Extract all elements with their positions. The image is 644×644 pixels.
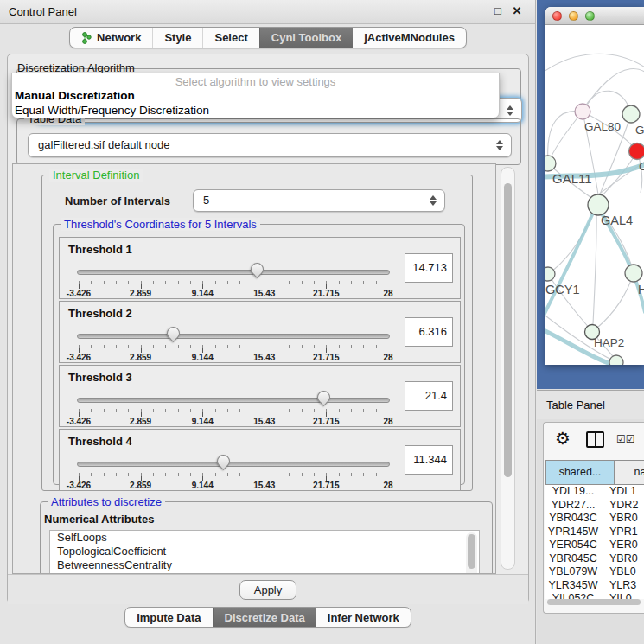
numerical-attributes-list[interactable]: SelfLoopsTopologicalCoefficientBetweenne… <box>49 530 480 574</box>
tab-discretize-data[interactable]: Discretize Data <box>213 608 316 627</box>
tab-style[interactable]: Style <box>152 28 202 48</box>
table-data-groupbox: Table Data galFiltered.sif default node <box>16 118 521 165</box>
slider-track[interactable] <box>77 462 390 467</box>
slider-thumb[interactable] <box>164 324 182 342</box>
tab-cyni-toolbox[interactable]: Cyni Toolbox <box>259 28 353 48</box>
table-data-select[interactable]: galFiltered.sif default node <box>28 133 512 157</box>
threshold-label: Threshold 1 <box>68 243 132 256</box>
threshold-label: Threshold 3 <box>68 371 132 384</box>
dropdown-option-manual[interactable]: Manual Discretization <box>15 89 135 102</box>
threshold-panel: Threshold 3 -3.426 2.859 9.144 15.43 21.… <box>59 365 461 427</box>
table-row[interactable]: YPR145WYPR1 <box>545 526 644 539</box>
slider-scale: -3.426 2.859 9.144 15.43 21.715 28 <box>79 289 388 299</box>
interval-definition-label: Interval Definition <box>49 169 143 182</box>
node <box>545 267 555 281</box>
threshold-value-field[interactable]: 14.713 <box>405 253 453 283</box>
node-label: GCY1 <box>545 283 580 296</box>
mac-close-icon[interactable] <box>552 11 562 21</box>
threshold-slider[interactable]: -3.426 2.859 9.144 15.43 21.715 28 <box>77 454 390 490</box>
threshold-value-field[interactable]: 6.316 <box>405 317 453 347</box>
list-scrollbar[interactable] <box>466 532 477 574</box>
threshold-slider[interactable]: -3.426 2.859 9.144 15.43 21.715 28 <box>77 326 390 362</box>
spinner-icon <box>507 105 513 116</box>
node <box>622 105 640 123</box>
table-data-value: galFiltered.sif default node <box>38 138 169 151</box>
node <box>625 265 642 282</box>
node-highlighted <box>629 143 644 160</box>
node-label: H <box>638 283 644 296</box>
node-label: G <box>635 124 644 137</box>
tab-jactivemnodules[interactable]: jActiveMNodules <box>353 28 466 48</box>
table-row[interactable]: YBL079WYBL0 <box>545 565 644 579</box>
settings-scroll-area: Interval Definition Number of Intervals … <box>12 163 496 574</box>
mac-minimize-icon[interactable] <box>569 11 578 21</box>
thresholds-group-label: Threshold's Coordinates for 5 Intervals <box>61 218 260 231</box>
table-panel-header: Table Panel <box>537 390 644 419</box>
node-label: HAP2 <box>594 336 624 349</box>
slider-thumb[interactable] <box>214 452 233 470</box>
table-row[interactable]: YBR043CYBR0 <box>545 512 644 526</box>
cyni-content-card: Table Data galFiltered.sif default node … <box>7 54 529 603</box>
slider-ticks <box>79 281 388 289</box>
node <box>575 104 590 119</box>
gear-icon[interactable]: ⚙ <box>555 428 571 449</box>
close-icon[interactable]: ✕ <box>509 4 525 17</box>
apply-button[interactable]: Apply <box>239 580 296 600</box>
table-row[interactable]: YER054CYER0 <box>545 539 644 552</box>
slider-track[interactable] <box>77 270 390 275</box>
node <box>588 194 609 215</box>
tab-network[interactable]: Network <box>70 28 152 48</box>
table-panel-title: Table Panel <box>546 399 605 411</box>
slider-thumb[interactable] <box>248 260 266 278</box>
slider-track[interactable] <box>77 334 390 339</box>
network-view-window[interactable]: GAL80 G GAL11 GAL4 GCY1 H HAP2 C <box>545 7 644 365</box>
threshold-value-field[interactable]: 21.4 <box>405 381 453 411</box>
slider-ticks <box>79 409 388 417</box>
num-intervals-select[interactable]: 5 <box>193 189 445 212</box>
settings-scrollbar[interactable] <box>501 167 515 570</box>
list-item[interactable]: SelfLoops <box>50 531 479 545</box>
table-row[interactable]: YDR27...YDR2 <box>545 499 644 513</box>
threshold-slider[interactable]: -3.426 2.859 9.144 15.43 21.715 28 <box>77 262 390 298</box>
column-header-name[interactable]: na <box>615 460 644 485</box>
network-icon <box>81 32 92 44</box>
threshold-value-field[interactable]: 11.344 <box>405 445 453 475</box>
slider-ticks <box>79 345 388 353</box>
table-row[interactable]: YLR345WYLR3 <box>545 579 644 593</box>
apply-bar: Apply <box>8 574 528 604</box>
tab-infer-network[interactable]: Infer Network <box>316 608 411 627</box>
list-item[interactable]: BetweennessCentrality <box>50 558 479 572</box>
table-row[interactable]: YDL19...YDL1 <box>545 485 644 499</box>
panel-title: Control Panel <box>9 5 77 18</box>
slider-ticks <box>79 473 388 481</box>
dropdown-option-equal-width[interactable]: Equal Width/Frequency Discretization <box>15 104 209 117</box>
threshold-panel: Threshold 4 -3.426 2.859 9.144 15.43 21.… <box>59 429 461 491</box>
node-label: C <box>639 160 644 173</box>
tab-select[interactable]: Select <box>202 28 258 48</box>
network-canvas[interactable]: GAL80 G GAL11 GAL4 GCY1 H HAP2 C <box>545 25 644 365</box>
node <box>609 355 623 365</box>
table-panel-card: ⚙ ☑☑ shared... na YDL19...YDL1YDR27...YD… <box>543 422 644 614</box>
control-panel: Control Panel □ ✕ Network Style Select C… <box>0 0 536 644</box>
slider-thumb[interactable] <box>315 388 333 406</box>
gene-table-body[interactable]: YDL19...YDL1YDR27...YDR2YBR043CYBR0YPR14… <box>545 485 644 599</box>
node-label: GAL80 <box>584 120 621 133</box>
slider-track[interactable] <box>77 398 390 403</box>
threshold-slider[interactable]: -3.426 2.859 9.144 15.43 21.715 28 <box>77 390 390 426</box>
num-intervals-value: 5 <box>203 194 209 207</box>
tab-impute-data[interactable]: Impute Data <box>125 608 212 627</box>
checkbox-icons[interactable]: ☑☑ <box>616 433 635 445</box>
network-desktop: GAL80 G GAL11 GAL4 GCY1 H HAP2 C <box>537 0 644 389</box>
table-horizontal-scrollbar[interactable] <box>547 599 641 605</box>
column-header-shared-name[interactable]: shared... <box>545 460 615 485</box>
table-row[interactable]: YBR045CYBR0 <box>545 552 644 566</box>
slider-scale: -3.426 2.859 9.144 15.43 21.715 28 <box>79 353 388 363</box>
tab-network-label: Network <box>97 31 141 44</box>
list-item[interactable]: TopologicalCoefficient <box>50 545 479 558</box>
network-window-titlebar[interactable] <box>545 7 644 25</box>
split-view-icon[interactable] <box>586 431 604 448</box>
table-row[interactable]: YIL052CYIL0 <box>545 592 644 599</box>
mac-zoom-icon[interactable] <box>585 11 595 21</box>
float-window-icon[interactable]: □ <box>490 4 506 17</box>
threshold-panel: Threshold 2 -3.426 2.859 9.144 15.43 21.… <box>59 301 461 363</box>
